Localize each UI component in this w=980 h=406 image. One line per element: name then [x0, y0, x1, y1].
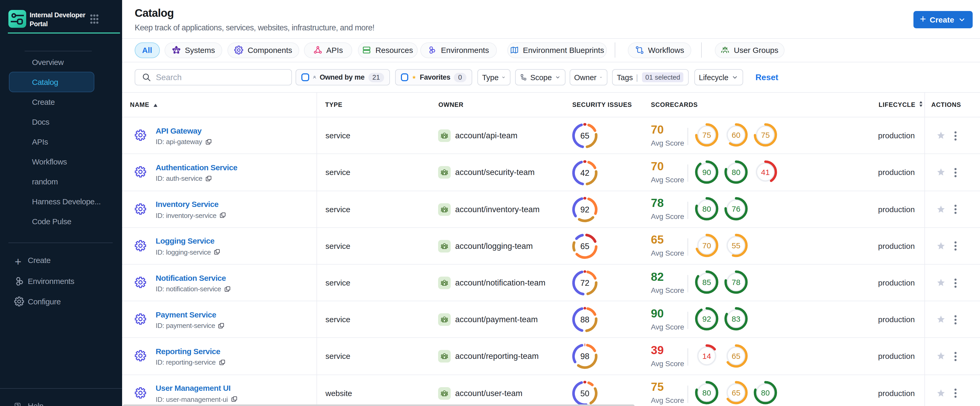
svg-text:92: 92 [702, 315, 711, 324]
svg-text:72: 72 [581, 278, 589, 288]
svg-text:50: 50 [581, 389, 589, 398]
svg-text:90: 90 [702, 168, 711, 176]
svg-text:80: 80 [702, 388, 711, 397]
svg-text:78: 78 [732, 278, 740, 287]
svg-text:65: 65 [732, 388, 740, 397]
svg-text:75: 75 [761, 131, 770, 140]
svg-text:65: 65 [581, 132, 589, 141]
svg-text:14: 14 [702, 352, 711, 360]
svg-text:41: 41 [761, 168, 770, 176]
svg-text:92: 92 [581, 205, 589, 214]
svg-text:70: 70 [702, 241, 711, 250]
svg-text:65: 65 [732, 352, 740, 360]
svg-text:55: 55 [732, 241, 740, 250]
svg-text:85: 85 [702, 278, 711, 287]
svg-text:80: 80 [702, 204, 711, 213]
svg-text:75: 75 [702, 131, 711, 140]
svg-text:80: 80 [732, 168, 740, 176]
svg-text:65: 65 [581, 242, 589, 251]
svg-text:83: 83 [732, 315, 740, 324]
svg-text:80: 80 [761, 388, 770, 397]
svg-text:88: 88 [581, 316, 589, 325]
svg-text:42: 42 [581, 168, 589, 177]
svg-text:60: 60 [732, 131, 740, 140]
svg-text:98: 98 [581, 352, 589, 361]
svg-text:76: 76 [732, 204, 740, 213]
